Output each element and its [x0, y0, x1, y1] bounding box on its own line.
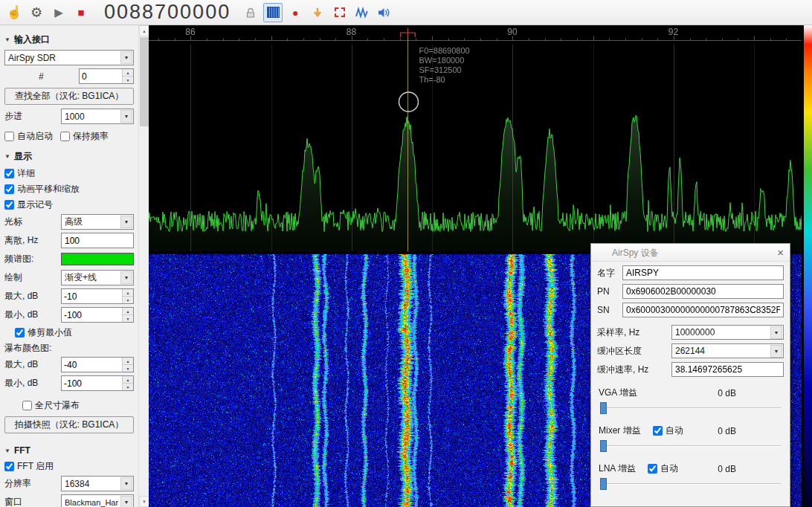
section-input-interface[interactable]: 输入接口: [4, 33, 134, 46]
wf-max-input[interactable]: [62, 358, 122, 372]
pn-input[interactable]: [622, 284, 784, 299]
section-display[interactable]: 显示: [4, 150, 134, 163]
draw-mode-dropdown[interactable]: 渐变+线: [61, 270, 134, 285]
auto-start-checkbox[interactable]: [4, 132, 14, 141]
slider-thumb[interactable]: [600, 440, 607, 452]
device-dropdown[interactable]: AirSpy SDR: [4, 50, 134, 65]
animate-checkbox[interactable]: [4, 184, 14, 194]
step-dropdown[interactable]: 1000: [61, 109, 134, 124]
slider-track: [600, 407, 781, 409]
mixer-auto-checkbox[interactable]: [653, 426, 663, 436]
stop-icon: ■: [77, 6, 84, 19]
full-waterfall-row[interactable]: 全尺寸瀑布: [22, 398, 134, 412]
fft-enable-row[interactable]: FFT 启用: [4, 459, 134, 473]
section-fft[interactable]: FFT: [4, 445, 134, 456]
waterfall-colorbar[interactable]: [802, 25, 812, 507]
wf-min-input[interactable]: [62, 376, 122, 390]
dialog-titlebar[interactable]: AirSpy 设备 ×: [591, 244, 790, 262]
mixer-auto-row[interactable]: 自动: [653, 424, 683, 437]
spectrum-panel[interactable]: [149, 25, 802, 251]
animate-row[interactable]: 动画平移和缩放: [4, 182, 134, 196]
step-dropdown-value: 1000: [65, 112, 118, 122]
auto-start-row[interactable]: 自动启动: [4, 129, 53, 143]
scroll-down-icon[interactable]: [139, 496, 149, 507]
selection-button[interactable]: [330, 3, 349, 22]
marks-row[interactable]: 显示记号: [4, 198, 134, 211]
pointer-tool-button[interactable]: ☝: [4, 3, 24, 22]
spec-max-spinner[interactable]: [61, 288, 134, 304]
lna-gain-value: 0 dB: [718, 464, 736, 474]
full-waterfall-checkbox[interactable]: [22, 401, 32, 410]
name-label: 名字: [597, 267, 622, 280]
spec-min-spinner[interactable]: [61, 307, 134, 323]
play-button[interactable]: ▶: [49, 3, 68, 22]
spinner-down-icon[interactable]: [123, 364, 133, 372]
sample-rate-dropdown[interactable]: 10000000: [671, 325, 784, 340]
cursor-dropdown[interactable]: 高级: [61, 214, 134, 230]
spinner-down-icon[interactable]: [123, 296, 133, 303]
detail-checkbox[interactable]: [4, 169, 14, 178]
sidebar: 输入接口 AirSpy SDR # 查找全部（汉化: BG1ICA） 步进 10…: [0, 25, 138, 507]
lna-auto-row[interactable]: 自动: [648, 462, 678, 475]
scrollbar-thumb[interactable]: [140, 37, 149, 126]
marks-checkbox[interactable]: [4, 200, 14, 210]
spec-max-input[interactable]: [62, 289, 122, 303]
wf-max-spinner[interactable]: [61, 357, 134, 372]
chevron-down-icon: [120, 51, 132, 64]
spectrum-color-swatch[interactable]: [61, 253, 134, 265]
vga-gain-slider[interactable]: [600, 401, 781, 415]
pn-label: PN: [597, 286, 622, 297]
sidebar-scrollbar[interactable]: [138, 25, 149, 507]
resolution-hz-input[interactable]: [61, 233, 134, 248]
frequency-display[interactable]: 0088700000: [104, 1, 231, 24]
spectrum-display-button[interactable]: [263, 3, 283, 22]
wf-min-spinner[interactable]: [61, 375, 134, 391]
buffer-length-dropdown[interactable]: 262144: [671, 343, 784, 358]
find-all-button[interactable]: 查找全部（汉化: BG1ICA）: [4, 88, 134, 105]
spinner-up-icon[interactable]: [123, 308, 133, 314]
spinner-up-icon[interactable]: [123, 69, 133, 76]
sn-input[interactable]: [622, 303, 784, 317]
detail-row[interactable]: 详细: [4, 167, 134, 180]
section-input-title: 输入接口: [14, 33, 50, 46]
fft-resolution-dropdown[interactable]: 16384: [61, 476, 134, 491]
hold-frequency-row[interactable]: 保持频率: [60, 129, 109, 143]
unlock-icon: [245, 7, 257, 19]
fft-window-dropdown[interactable]: Blackman_Harris: [61, 494, 134, 507]
fft-enable-checkbox[interactable]: [4, 462, 14, 471]
device-index-spinner[interactable]: [79, 68, 134, 84]
spinner-up-icon[interactable]: [123, 376, 133, 383]
waterfall-button[interactable]: [352, 3, 372, 22]
marks-label: 显示记号: [17, 198, 53, 211]
detail-label: 详细: [17, 167, 35, 180]
spinner-up-icon[interactable]: [123, 289, 133, 296]
spinner-up-icon[interactable]: [123, 358, 133, 364]
name-input[interactable]: [622, 265, 784, 280]
snapshot-button[interactable]: 拍摄快照（汉化: BG1ICA）: [4, 416, 134, 433]
spinner-down-icon[interactable]: [123, 76, 133, 83]
scroll-up-icon[interactable]: [139, 25, 149, 36]
spinner-down-icon[interactable]: [123, 383, 133, 390]
spinner-down-icon[interactable]: [123, 314, 133, 322]
save-button[interactable]: [308, 3, 327, 22]
lna-auto-checkbox[interactable]: [648, 464, 657, 474]
buffer-rate-input[interactable]: [671, 362, 784, 377]
frequency-lock-button[interactable]: [241, 3, 260, 22]
record-button[interactable]: ●: [286, 3, 305, 22]
hold-frequency-checkbox[interactable]: [60, 132, 70, 141]
trim-min-row[interactable]: 修剪最小值: [15, 326, 134, 339]
buffer-length-label: 缓冲区长度: [597, 345, 671, 358]
close-icon[interactable]: ×: [777, 244, 784, 262]
fft-resolution-label: 分辨率: [4, 477, 31, 490]
trim-min-checkbox[interactable]: [15, 328, 25, 338]
dialog-title-text: AirSpy 设备: [612, 248, 659, 258]
audio-button[interactable]: [375, 3, 394, 22]
lna-gain-slider[interactable]: [600, 477, 781, 491]
stop-button[interactable]: ■: [71, 3, 91, 22]
mixer-gain-slider[interactable]: [600, 439, 781, 453]
device-index-input[interactable]: [80, 69, 122, 83]
spec-min-input[interactable]: [62, 308, 122, 322]
settings-button[interactable]: ⚙: [27, 3, 46, 22]
slider-thumb[interactable]: [600, 478, 607, 490]
slider-thumb[interactable]: [600, 402, 607, 414]
